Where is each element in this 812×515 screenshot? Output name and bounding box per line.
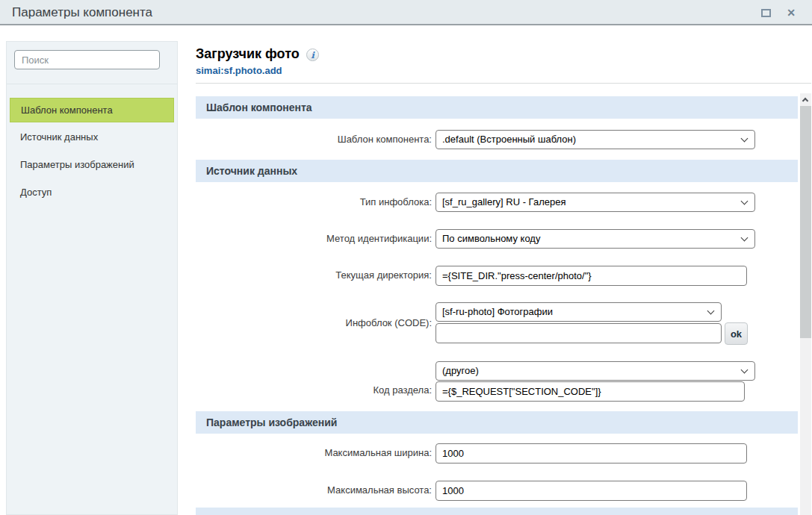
dialog-title: Параметры компонента bbox=[12, 5, 152, 20]
section-code-select-value: (другое) bbox=[442, 365, 479, 376]
ident-method-label: Метод идентификации: bbox=[196, 229, 432, 249]
scroll-up-button[interactable] bbox=[800, 93, 811, 106]
current-dir-input[interactable] bbox=[436, 266, 747, 286]
form-panel: Шаблон компонента Шаблон компонента: .de… bbox=[196, 93, 798, 515]
section-code-select[interactable]: (другое) bbox=[436, 361, 755, 381]
info-icon[interactable]: i bbox=[306, 49, 319, 61]
section-code-input[interactable] bbox=[436, 381, 745, 402]
header-divider bbox=[196, 83, 811, 84]
template-select-value: .default (Встроенный шаблон) bbox=[442, 134, 576, 145]
ok-button[interactable]: ok bbox=[725, 322, 748, 345]
settings-sidebar: Шаблон компонента Источник данных Параме… bbox=[6, 41, 178, 515]
section-header-data-source: Источник данных bbox=[196, 160, 798, 182]
iblock-code-input[interactable] bbox=[436, 323, 722, 343]
max-height-input[interactable] bbox=[436, 481, 747, 501]
window-controls: ✕ bbox=[761, 7, 796, 18]
page-title: Загрузчик фото bbox=[196, 46, 300, 62]
chevron-down-icon bbox=[741, 234, 749, 242]
iblock-code-label: Инфоблок (CODE): bbox=[196, 313, 432, 333]
ident-method-select-value: По символьному коду bbox=[442, 233, 540, 244]
sidebar-item-data-source[interactable]: Источник данных bbox=[10, 125, 174, 150]
iblock-type-label: Тип инфоблока: bbox=[196, 193, 432, 212]
max-height-label: Максимальная высота: bbox=[196, 481, 432, 500]
section-header-image-params: Параметры изображений bbox=[196, 411, 798, 434]
chevron-up-icon bbox=[802, 98, 808, 104]
ident-method-select[interactable]: По символьному коду bbox=[436, 229, 755, 249]
iblock-type-select[interactable]: [sf_ru_gallery] RU - Галерея bbox=[436, 193, 755, 212]
chevron-down-icon bbox=[741, 135, 749, 143]
chevron-down-icon bbox=[707, 308, 715, 315]
chevron-down-icon bbox=[741, 198, 749, 205]
max-width-label: Максимальная ширина: bbox=[196, 443, 432, 463]
current-dir-label: Текущая директория: bbox=[196, 266, 432, 285]
iblock-code-select[interactable]: [sf-ru-photo] Фотографии bbox=[436, 302, 722, 322]
sidebar-item-template[interactable]: Шаблон компонента bbox=[10, 98, 174, 122]
scrollbar-thumb[interactable] bbox=[800, 106, 811, 338]
maximize-icon[interactable] bbox=[761, 9, 771, 17]
sidebar-divider bbox=[7, 84, 177, 84]
close-icon[interactable]: ✕ bbox=[787, 7, 796, 18]
dialog-titlebar: Параметры компонента ✕ bbox=[0, 0, 812, 25]
iblock-code-select-value: [sf-ru-photo] Фотографии bbox=[442, 306, 553, 317]
vertical-scrollbar[interactable] bbox=[800, 93, 811, 515]
template-label: Шаблон компонента: bbox=[196, 130, 432, 149]
sidebar-menu: Шаблон компонента Источник данных Параме… bbox=[7, 94, 177, 208]
chevron-down-icon bbox=[741, 366, 749, 374]
section-header-next-partial bbox=[196, 508, 798, 515]
max-width-input[interactable] bbox=[436, 443, 747, 464]
component-code-link[interactable]: simai:sf.photo.add bbox=[196, 65, 282, 76]
section-code-label: Код раздела: bbox=[196, 381, 432, 400]
template-select[interactable]: .default (Встроенный шаблон) bbox=[436, 130, 755, 149]
section-header-template: Шаблон компонента bbox=[196, 96, 798, 119]
sidebar-item-image-params[interactable]: Параметры изображений bbox=[10, 153, 174, 178]
search-input[interactable] bbox=[14, 50, 160, 69]
iblock-type-select-value: [sf_ru_gallery] RU - Галерея bbox=[442, 196, 565, 207]
sidebar-item-access[interactable]: Доступ bbox=[10, 181, 174, 205]
